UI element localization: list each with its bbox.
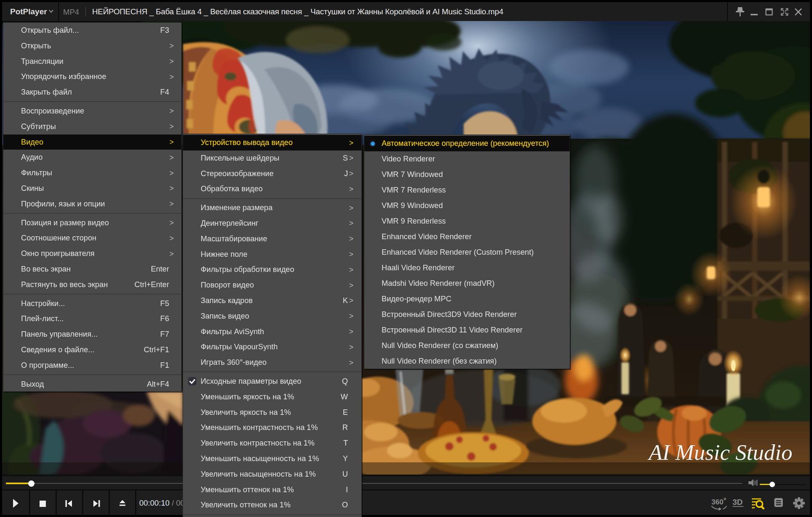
svg-text:3D: 3D (732, 498, 743, 506)
svg-text:360: 360 (711, 498, 723, 506)
